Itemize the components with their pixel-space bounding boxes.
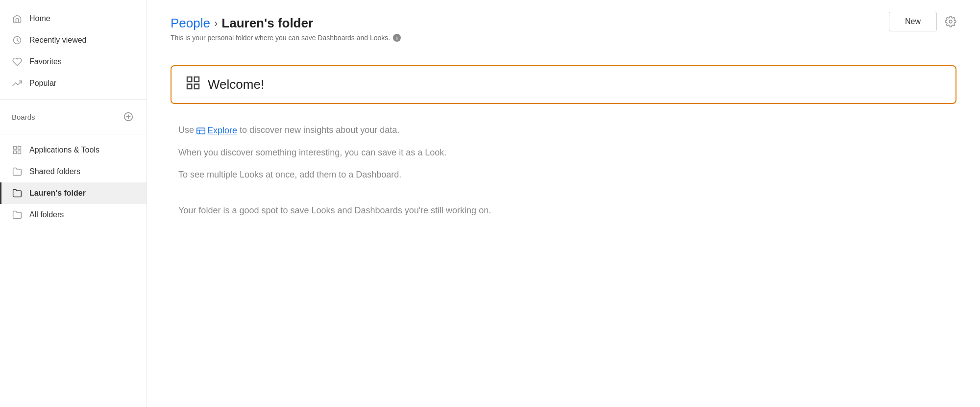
sidebar-item-applications-tools-label: Applications & Tools xyxy=(29,146,99,154)
sidebar-item-recently-viewed-label: Recently viewed xyxy=(29,36,87,45)
sidebar-item-home-label: Home xyxy=(29,14,50,23)
sidebar-item-shared-folders[interactable]: Shared folders xyxy=(0,161,147,182)
svg-rect-7 xyxy=(18,151,21,154)
folder-shared-icon xyxy=(12,167,23,177)
sidebar-item-all-folders[interactable]: All folders xyxy=(0,204,147,226)
welcome-card[interactable]: Welcome! xyxy=(171,65,956,104)
content-line-3: To see multiple Looks at once, add them … xyxy=(178,168,956,181)
add-board-button[interactable] xyxy=(122,110,135,123)
grid-icon xyxy=(12,145,23,155)
info-icon[interactable]: i xyxy=(393,34,401,42)
sidebar-item-all-folders-label: All folders xyxy=(29,210,64,219)
breadcrumb: People › Lauren's folder xyxy=(171,16,956,31)
sidebar-item-popular[interactable]: Popular xyxy=(0,73,147,94)
sidebar-item-applications-tools[interactable]: Applications & Tools xyxy=(0,139,147,161)
sidebar-item-laurens-folder-label: Lauren's folder xyxy=(29,189,86,198)
folder-all-icon xyxy=(12,210,23,220)
svg-rect-4 xyxy=(14,147,17,150)
sidebar: Home Recently viewed Favorites Popular xyxy=(0,0,147,407)
sidebar-item-popular-label: Popular xyxy=(29,79,56,88)
svg-rect-13 xyxy=(197,128,205,134)
svg-rect-12 xyxy=(195,84,199,89)
content-line-1: Use Explore to discover new insights abo… xyxy=(178,124,956,137)
divider-1 xyxy=(0,99,147,100)
boards-section-header: Boards xyxy=(0,104,147,129)
sidebar-item-laurens-folder[interactable]: Lauren's folder xyxy=(0,182,147,204)
sidebar-item-shared-folders-label: Shared folders xyxy=(29,167,80,176)
svg-rect-11 xyxy=(187,84,192,89)
sidebar-item-home[interactable]: Home xyxy=(0,8,147,29)
breadcrumb-separator: › xyxy=(214,17,218,30)
welcome-grid-icon xyxy=(185,75,201,94)
svg-rect-10 xyxy=(195,77,199,81)
svg-rect-5 xyxy=(18,147,21,150)
sidebar-item-favorites-label: Favorites xyxy=(29,57,62,66)
heart-icon xyxy=(12,57,23,67)
trending-icon xyxy=(12,78,23,88)
page-subtitle-text: This is your personal folder where you c… xyxy=(171,34,390,42)
page-subtitle: This is your personal folder where you c… xyxy=(171,34,956,42)
home-icon xyxy=(12,14,23,24)
svg-point-8 xyxy=(949,20,952,23)
explore-link-icon xyxy=(196,125,205,136)
welcome-title: Welcome! xyxy=(208,77,264,92)
boards-label: Boards xyxy=(12,113,35,121)
content-lines: Use Explore to discover new insights abo… xyxy=(171,124,956,217)
breadcrumb-current: Lauren's folder xyxy=(221,16,313,31)
settings-button[interactable] xyxy=(945,16,956,27)
content-line-4: Your folder is a good spot to save Looks… xyxy=(178,204,956,217)
sidebar-item-recently-viewed[interactable]: Recently viewed xyxy=(0,29,147,51)
svg-rect-9 xyxy=(187,77,192,81)
svg-rect-6 xyxy=(14,151,17,154)
content-line-2: When you discover something interesting,… xyxy=(178,146,956,159)
sidebar-item-favorites[interactable]: Favorites xyxy=(0,51,147,73)
breadcrumb-people[interactable]: People xyxy=(171,16,210,31)
clock-icon xyxy=(12,35,23,45)
folder-laurens-icon xyxy=(12,188,23,198)
header-controls: New xyxy=(889,12,956,31)
main-content: New People › Lauren's folder This is you… xyxy=(147,0,980,407)
divider-2 xyxy=(0,134,147,134)
new-button[interactable]: New xyxy=(889,12,937,31)
explore-link[interactable]: Explore xyxy=(196,124,237,137)
gear-icon xyxy=(945,16,956,27)
